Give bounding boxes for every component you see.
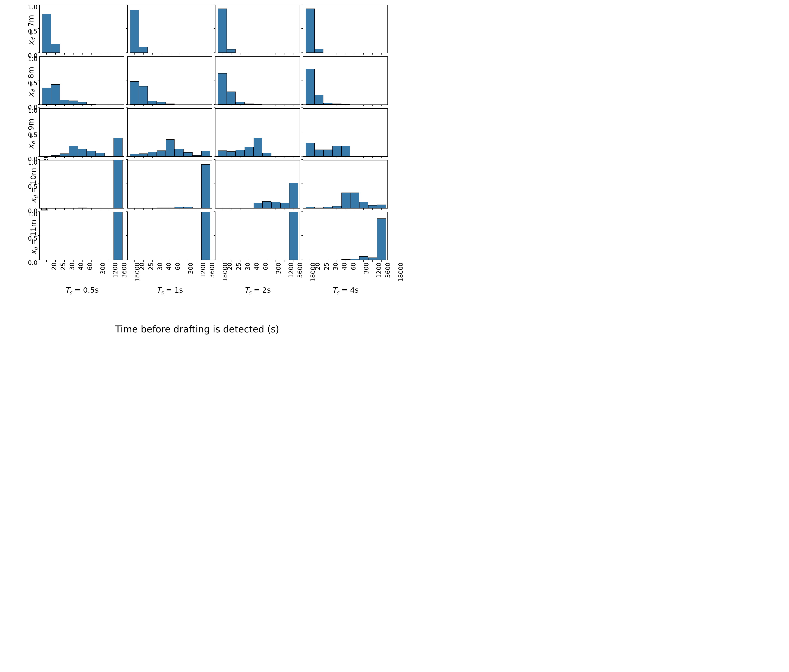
y-tick — [214, 56, 216, 56]
bar — [69, 101, 78, 104]
x-tick — [310, 260, 310, 262]
y-tick — [126, 208, 128, 208]
bar — [42, 88, 51, 104]
panel — [215, 160, 300, 209]
y-tick — [302, 28, 303, 29]
x-tick — [152, 53, 153, 54]
bar — [78, 149, 87, 156]
x-tick — [118, 260, 118, 262]
column-label: Ts = 4s — [303, 286, 388, 295]
bar — [113, 212, 123, 260]
x-tick — [267, 208, 267, 210]
x-tick — [355, 104, 355, 106]
y-tick — [38, 260, 40, 260]
y-tick-label: 0.5 — [28, 28, 40, 35]
x-tick-label: 60 — [174, 263, 181, 270]
bar — [218, 73, 227, 104]
x-tick — [258, 156, 258, 158]
y-tick — [302, 184, 303, 184]
x-tick — [258, 104, 258, 106]
x-tick — [231, 260, 232, 262]
x-tick-label: 1200 — [288, 263, 295, 278]
bar — [254, 138, 263, 156]
x-tick — [73, 104, 73, 106]
x-tick — [170, 260, 170, 262]
y-tick — [302, 260, 303, 260]
x-tick — [363, 208, 364, 210]
x-tick — [355, 208, 355, 210]
y-tick — [214, 208, 216, 208]
x-tick — [346, 208, 346, 210]
x-tick — [337, 156, 337, 158]
x-tick — [109, 260, 109, 262]
panel — [303, 5, 388, 53]
y-tick-label: 1.0 — [28, 4, 40, 11]
y-tick — [302, 235, 303, 236]
y-tick-label: 0.5 — [28, 80, 40, 87]
bar — [42, 156, 51, 156]
bar — [306, 207, 315, 208]
x-tick — [267, 104, 267, 106]
x-tick — [267, 156, 267, 158]
y-tick — [38, 211, 40, 212]
bar — [69, 146, 78, 156]
x-tick — [46, 53, 47, 54]
x-tick-label: 20 — [226, 263, 233, 270]
bar — [332, 104, 342, 104]
x-tick — [134, 156, 134, 158]
bar — [218, 150, 227, 156]
bar — [289, 212, 298, 260]
y-tick — [38, 159, 40, 160]
x-tick — [100, 156, 100, 158]
x-tick — [188, 260, 188, 262]
y-tick — [38, 28, 40, 29]
panel — [303, 108, 388, 157]
y-tick — [126, 107, 128, 108]
x-tick — [372, 156, 373, 158]
bar — [306, 143, 315, 156]
bar — [289, 183, 298, 208]
y-tick — [214, 104, 216, 105]
small-multiples-figure: Relative frequency Time before drafting … — [0, 0, 394, 336]
x-tick — [284, 104, 285, 106]
y-tick — [126, 211, 128, 212]
x-tick — [231, 208, 232, 210]
x-tick — [276, 156, 276, 158]
x-tick-label: 30 — [244, 263, 251, 270]
x-tick — [222, 53, 222, 54]
bar — [227, 91, 236, 104]
bar — [130, 10, 139, 53]
bar — [280, 203, 289, 208]
x-tick-label: 20 — [139, 263, 145, 270]
x-tick — [328, 156, 328, 158]
x-tick — [276, 53, 276, 54]
x-tick — [179, 260, 179, 262]
x-tick-label: 40 — [253, 263, 260, 270]
x-tick — [372, 53, 373, 54]
y-tick — [126, 53, 128, 53]
x-tick — [276, 260, 276, 262]
y-tick — [38, 80, 40, 80]
x-tick — [294, 260, 294, 262]
x-tick — [240, 208, 240, 210]
x-tick — [363, 104, 364, 106]
bar — [51, 85, 60, 104]
bar — [201, 151, 210, 156]
x-tick — [222, 260, 222, 262]
bar — [184, 207, 193, 208]
y-tick — [302, 56, 303, 56]
bar — [306, 8, 315, 53]
bar — [359, 256, 368, 260]
y-tick — [126, 80, 128, 80]
x-tick — [382, 260, 382, 262]
bar — [342, 193, 350, 208]
x-tick — [319, 53, 319, 54]
bar — [350, 156, 359, 156]
bar — [332, 146, 342, 156]
y-tick — [126, 184, 128, 184]
x-tick — [382, 208, 382, 210]
y-tick — [126, 28, 128, 29]
x-tick — [328, 53, 328, 54]
y-tick — [126, 104, 128, 105]
panel — [215, 108, 300, 157]
